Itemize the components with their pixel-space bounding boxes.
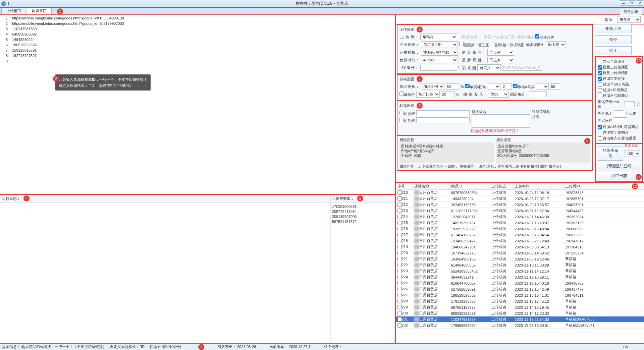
stocklt-input[interactable] — [614, 110, 623, 116]
table-row[interactable]: 231██日用百货店110247581369上传成功2020-11-15 21:… — [396, 316, 644, 323]
th-time[interactable]: 上传时间 — [514, 183, 564, 190]
start-upload-button[interactable]: 开始上传 — [595, 24, 632, 33]
th-status[interactable]: 上传状态 — [490, 183, 514, 190]
table-row[interactable]: 213██日用百货店6111022177982上传成功2020-10-31 11… — [396, 208, 644, 214]
single-group-check[interactable]: 单买=团购 — [465, 84, 486, 90]
modprice-val[interactable] — [446, 83, 459, 90]
table-row[interactable]: 230██日用百货店609330929571上传成功2020-11-14 17:… — [396, 310, 644, 316]
login-buyer-button[interactable]: 登录买家号 — [598, 147, 623, 161]
title-settings: 标题设置 8 加前缀 加后缀 替换标题 过滤关键词 预 — [397, 101, 593, 135]
ship-tpl-select[interactable]: 非偏远地区包邮 — [421, 49, 458, 56]
opt-batch-banner[interactable]: 批量上传轮播图 — [598, 65, 640, 70]
table-row[interactable]: 223██日用百货店5524189503482上传成功2020-11-11 14… — [396, 268, 644, 274]
ms-op[interactable]: - — [536, 83, 549, 90]
clear-log-button[interactable]: 清空日志 — [598, 172, 640, 180]
minimize-button[interactable]: — — [620, 0, 627, 6]
maxdetail-select[interactable]: 同上家 — [546, 41, 566, 48]
pause-button[interactable]: 暂停 — [595, 35, 632, 44]
source-select[interactable]: 拼多多 — [617, 16, 641, 23]
market-single-check[interactable]: 市场=单买 — [513, 84, 534, 90]
whiteimg-path[interactable] — [502, 65, 542, 71]
table-row[interactable]: 227██日用百货店186528526332上传成功2020-11-13 16:… — [396, 292, 644, 298]
lowest-val[interactable] — [441, 91, 454, 97]
badge-6: 6 — [417, 26, 423, 33]
mainimg-select[interactable]: 第二张主图 — [421, 41, 458, 48]
status-task: 任务进度： — [324, 344, 342, 349]
price-settings: 价格设置 7 商品改价： 加价比例 % 单买=团购 - 市场=单买 - — [397, 74, 593, 100]
lowest-check[interactable]: 最低价 — [399, 92, 415, 97]
clear-imgspace-button[interactable]: 清理图片空间 — [598, 162, 640, 170]
suffix-check[interactable]: 加后缀 — [399, 118, 415, 123]
opt-text2img[interactable]: 详情文字转图片 — [598, 130, 640, 135]
sg-op[interactable]: - — [488, 83, 500, 90]
table-row[interactable]: 214██日用百货店122002643011上传成功2020-11-01 14:… — [396, 214, 644, 220]
close-button[interactable]: ✕ — [636, 0, 643, 6]
table-row[interactable]: 216██日用百货店193352926229上传成功2020-11-03 16:… — [396, 226, 644, 232]
prefix-check[interactable]: 加前缀 — [399, 111, 415, 116]
del-first-detail-check[interactable]: 剔除第一张详情图 — [491, 42, 525, 48]
opt-batch-detail[interactable]: 批量上传详情图 — [598, 70, 640, 75]
maximize-button[interactable]: □ — [628, 0, 635, 6]
badge-8: 8 — [417, 103, 423, 109]
suffix-input[interactable] — [416, 117, 470, 123]
source-editor[interactable]: 123456789 https://mobile.yangkeduo.com/g… — [0, 15, 395, 194]
table-row[interactable]: 222██日用百货店614984688359上传成功2020-11-10 11:… — [396, 262, 644, 268]
table-row[interactable]: 219██日用百货店194666242261上传成功2020-11-06 08:… — [396, 244, 644, 250]
table-row[interactable]: 217██日用百货店617404138732上传成功2020-11-05 16:… — [396, 232, 644, 238]
upload-table[interactable]: 12 序号 店铺名称 商品ID 上传状态 上传时间 上传后ID 210██日用百… — [396, 182, 644, 343]
opt-pad10[interactable]: 自动补齐10张轮播图 — [598, 136, 640, 141]
brand-select[interactable]: 同上家 — [487, 57, 514, 63]
table-row[interactable]: 211██日用百货店14943280224上传成功2020-10-26 11:0… — [396, 196, 644, 202]
status-ok: OK — [623, 345, 629, 349]
table-row[interactable]: 212██日用百货店207453179533上传成功2020-10-29 10:… — [396, 202, 644, 208]
th-goods[interactable]: 商品ID — [450, 183, 490, 190]
table-row[interactable]: 221██日用百货店163004900130上传成功2020-11-06 19:… — [396, 256, 644, 262]
th-shop[interactable]: 店铺名称 — [413, 183, 450, 190]
lowest-type[interactable]: 加价比例 — [416, 91, 440, 98]
del-first-main-check[interactable]: 剔除第一张主图 — [459, 42, 489, 48]
whiteimg-check[interactable]: 白 底 图 — [459, 65, 476, 71]
ms-val[interactable] — [550, 83, 560, 90]
round-select[interactable]: 到分 — [489, 91, 509, 98]
attr-match-area[interactable]: 面料/材质=面料/纹路/材质 产地=产地/省份/城市 主风格=风格 — [399, 142, 494, 163]
tab-upload[interactable]: 上传窗口 — [1, 7, 26, 14]
ship-unify-input[interactable] — [625, 101, 635, 107]
prefix-input[interactable] — [416, 110, 470, 116]
badge-1: 1 — [57, 8, 63, 14]
tab-web[interactable]: 网页窗口 — [27, 7, 52, 14]
table-row[interactable]: 215██日用百货店148219390737上传成功2020-11-01 15:… — [396, 220, 644, 226]
table-row[interactable]: 225██日用百货店618644780007上传成功2020-11-12 15:… — [396, 280, 644, 286]
table-row[interactable]: 220██日用百货店167394822776上传成功2020-11-06 14:… — [396, 250, 644, 256]
switch-shop-button[interactable]: 切换店铺 — [620, 8, 642, 15]
stop-button[interactable]: 停止 — [595, 46, 632, 55]
table-row[interactable]: 224██日用百货店39444532241上传成功2020-11-12 15:2… — [396, 274, 644, 280]
whiteimg-select[interactable]: 自定义 — [477, 64, 501, 71]
replace-input[interactable] — [472, 114, 530, 128]
opt-filter-dup[interactable]: 过滤重复链接 — [598, 76, 640, 81]
sg-val[interactable] — [502, 83, 512, 90]
table-row[interactable]: 232██日用百货店179956899260上传成功2020-12-26 16:… — [396, 323, 644, 329]
opt-showall[interactable]: 显示全部设置 — [598, 59, 640, 64]
table-row[interactable]: 210██日用百货店6076700830864上传成功2020-10-24 11… — [396, 190, 644, 196]
badge-3: 3 — [198, 344, 204, 350]
opt-filter-noship[interactable]: 过滤不包邮商品 — [598, 93, 640, 98]
log-pane: 运行日志： 4 — [0, 194, 330, 343]
fixstock-input[interactable] — [614, 117, 627, 123]
upload-to-select[interactable]: 草稿箱 — [420, 34, 457, 40]
presale-select[interactable]: 同上家 — [487, 49, 514, 56]
th-seq[interactable]: 序号 — [396, 183, 413, 190]
table-row[interactable]: 229██日用百货店567581153972上传成功2020-11-14 15:… — [396, 304, 644, 310]
ship-time-select[interactable]: 48小时 — [421, 57, 458, 63]
table-row[interactable]: 218██日用百货店123406356427上传成功2020-11-05 21:… — [396, 238, 644, 244]
opt-filter-singlesku[interactable]: 过滤单SKU商品 — [598, 82, 640, 87]
modprice-type[interactable]: 加价比例 — [421, 83, 444, 90]
fixed-dec-input[interactable] — [530, 91, 547, 97]
opt-filter-lt10[interactable]: 过滤<10元商品 — [598, 88, 640, 93]
attr-fill-area[interactable]: 成分含量=30%以下 是否带脚轮=是 3C认证编号=20200904*12345… — [496, 142, 591, 163]
opt-filter-48h[interactable]: 过滤>48小时发货商品 — [598, 124, 640, 129]
code3c-input[interactable] — [420, 65, 457, 71]
table-row[interactable]: 228██日用百货店179139235353上传成功2020-11-13 17:… — [396, 298, 644, 304]
auto-category-check[interactable]: 自动分类 — [535, 34, 554, 40]
max-sku-select[interactable]: 100 — [625, 150, 640, 157]
table-row[interactable]: 226██日用百货店527562052091上传成功2020-11-12 15:… — [396, 286, 644, 292]
